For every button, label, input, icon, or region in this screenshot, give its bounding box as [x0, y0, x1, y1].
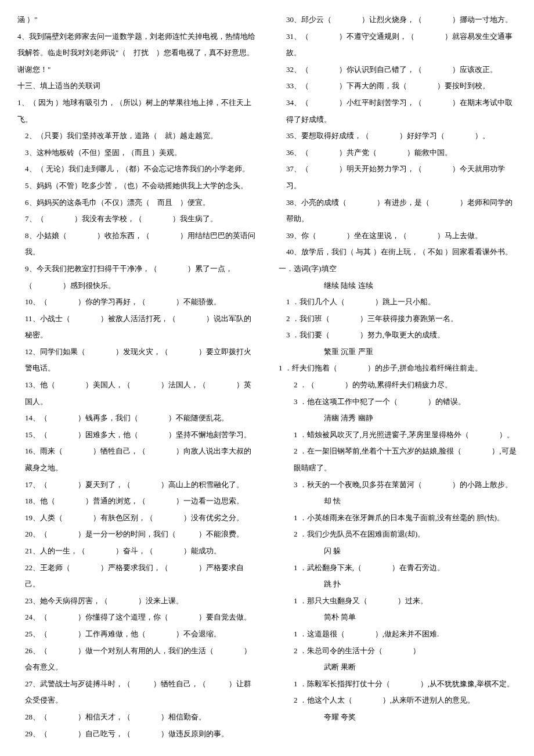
- text-line: 7、（ ）我没有去学校，（ ）我生病了。: [17, 211, 255, 228]
- text-line: 6、妈妈买的这条毛巾（不仅）漂亮（ 而且 ）便宜。: [17, 195, 255, 211]
- text-line: 36、（ ）共产党（ ）能救中国。: [279, 145, 517, 161]
- text-line: 2 ．他这个人太（ ）,从来听不进别人的意见。: [279, 692, 517, 709]
- text-line: 2、（只要）我们坚持改革开放，道路（ 就）越走越宽。: [17, 128, 255, 145]
- text-line: 夸耀 夸奖: [279, 709, 517, 726]
- text-line: 28、（ ）相信天才，（ ）相信勤奋。: [17, 709, 255, 726]
- text-line: 1 ．我们几个人（ ）跳上一只小船。: [279, 294, 517, 311]
- text-line: 25、（ ）工作再难做，他（ ）不会退缩。: [17, 626, 255, 643]
- text-line: 3 ．秋天的一个夜晚,贝多芬在莱茵河（ ）的小路上散步。: [279, 477, 517, 494]
- text-line: 武断 果断: [279, 659, 517, 676]
- text-line: 22、王老师（ ）严格要求我们，（ ）严格要求自己。: [17, 560, 255, 593]
- text-line: 1 ．武松翻身下来,（ ）在青石旁边。: [279, 560, 517, 577]
- text-line: 21、人的一生，（ ）奋斗，（ ）能成功。: [17, 543, 255, 560]
- text-line: 40、放学后，我们（ 与其 ）在街上玩，（ 不如 ）回家看看课外书。: [279, 244, 517, 261]
- text-line: 2 ．我们少先队员不在困难面前退(却)。: [279, 526, 517, 543]
- text-line: 26、（ ）做一个对别人有用的人，我们的生活（ ）会有意义。: [17, 643, 255, 676]
- text-line: 一．选词(字)填空: [279, 261, 517, 278]
- text-line: 2 ．我们班（ ）三年获得接力赛跑第一名。: [279, 311, 517, 327]
- text-line: 18、他（ ）普通的浏览，（ ）一边看一边思索。: [17, 493, 255, 510]
- text-line: 35、要想取得好成绩，（ ）好好学习（ ）。: [279, 128, 517, 145]
- text-line: 1 ．陈毅军长指挥打仗十分（ ）,从不犹犹豫豫,举棋不定。: [279, 676, 517, 693]
- text-line: 涵 ）": [17, 12, 255, 28]
- text-line: 32、（ ）你认识到自己错了，（ ）应该改正。: [279, 62, 517, 78]
- text-line: 24、（ ）你懂得了这个道理，你（ ）要自觉去做。: [17, 609, 255, 626]
- text-line: 27、武警战士与歹徒搏斗时，（ ）牺牲自己，（ ）让群众受侵害。: [17, 676, 255, 709]
- text-line: 简朴 简单: [279, 609, 517, 626]
- text-line: 3、这种地板砖（不但）坚固，（而且 ）美观。: [17, 145, 255, 161]
- text-line: 34、（ ）小红平时刻苦学习，（ ）在期末考试中取得了好成绩。: [279, 95, 517, 128]
- text-line: 1 ．那只大虫翻身又（ ）过来。: [279, 593, 517, 610]
- text-line: 1 ．纤夫们拖着（ ）的步子,拼命地拉着纤绳往前走。: [279, 360, 517, 377]
- text-line: 清幽 清秀 幽静: [279, 410, 517, 427]
- text-line: 2 ．（ ）的劳动,累得纤夫们精疲力尽。: [279, 377, 517, 394]
- text-line: 1、（ 因为 ）地球有吸引力，（所以）树上的苹果往地上掉，不往天上飞。: [17, 95, 255, 128]
- text-line: 2 ．朱总司令的生活十分（ ）: [279, 643, 517, 660]
- text-line: 13、他（ ）美国人，（ ）法国人，（ ）英国人。: [17, 377, 255, 410]
- text-line: 14、（ ）钱再多，我们（ ）不能随便乱花。: [17, 410, 255, 427]
- text-line: 38、小亮的成绩（ ）有进步，是（ ）老师和同学的帮助。: [279, 195, 517, 228]
- text-line: 繁重 沉重 严重: [279, 344, 517, 361]
- text-line: 39、你（ ）坐在这里说，（ ）马上去做。: [279, 228, 517, 244]
- text-line: 10、（ ）你的学习再好，（ ）不能骄傲。: [17, 294, 255, 311]
- text-line: 1 ．蜡烛被风吹灭了,月光照进窗子,茅房里显得格外（ ）。: [279, 427, 517, 444]
- text-line: 17、（ ）夏天到了，（ ）高山上的积雪融化了。: [17, 477, 255, 494]
- text-line: 却 怯: [279, 493, 517, 510]
- text-line: 1 ．这道题很（ ）,做起来并不困难.: [279, 626, 517, 643]
- text-line: 3 ．他在这项工作中犯了一个（ ）的错误。: [279, 394, 517, 411]
- document-body: 涵 ）"4、我到隔壁刘老师家去问一道数学题，刘老师连忙关掉电视，热情地给我解答。…: [17, 12, 534, 744]
- text-line: 33、（ ）下再大的雨，我（ ）要按时到校。: [279, 78, 517, 95]
- text-line: 闪 躲: [279, 543, 517, 560]
- text-line: 30、邱少云（ ）让烈火烧身，（ ）挪动一寸地方。: [279, 12, 517, 28]
- text-line: 4、（ 无论）我们走到哪儿，（都）不会忘记培养我们的小学老师。: [17, 161, 255, 178]
- text-line: 19、人类（ ）有肤色区别，（ ）没有优劣之分。: [17, 510, 255, 527]
- text-line: 1 ．小英雄雨来在张牙舞爪的日本鬼子面前,没有丝毫的 胆(怯)。: [279, 510, 517, 527]
- text-line: 12、同学们如果（ ）发现火灾，（ ）要立即拨打火警电话。: [17, 344, 255, 377]
- text-line: 29、（ ）自己吃亏，（ ）做违反原则的事。: [17, 726, 255, 743]
- text-line: 20、（ ）是一分一秒的时间，我们（ ）不能浪费。: [17, 526, 255, 543]
- text-line: 31、（ ）不遵守交通规则，（ ）就容易发生交通事故。: [279, 28, 517, 62]
- text-line: 5、妈妈（不管）吃多少苦，（也）不会动摇她供我上大学的念头。: [17, 178, 255, 195]
- text-line: 3 ．我们要（ ）努力,争取更大的成绩。: [279, 327, 517, 344]
- text-line: 2 ．在一架旧钢琴前,坐着个十五六岁的姑娘,脸很（ ）,可是眼睛瞎了。: [279, 443, 517, 476]
- text-line: 4、我到隔壁刘老师家去问一道数学题，刘老师连忙关掉电视，热情地给我解答。临走时我…: [17, 28, 255, 78]
- text-line: 十三、填上适当的关联词: [17, 78, 255, 95]
- text-line: 跳 扑: [279, 576, 517, 593]
- text-line: 15、（ ）困难多大，他（ ）坚持不懈地刻苦学习。: [17, 427, 255, 444]
- text-line: 继续 陆续 连续: [279, 278, 517, 294]
- text-line: 9、今天我们把教室打扫得干干净净，（ ）累了一点，（ ）感到很快乐。: [17, 261, 255, 294]
- text-line: 11、小战士（ ）被敌人活活打死，（ ）说出军队的秘密。: [17, 311, 255, 344]
- text-line: 8、小姑娘（ ）收拾东西，（ ）用结结巴巴的英语问我。: [17, 228, 255, 261]
- text-line: 37、（ ）明天开始努力学习，（ ）今天就用功学习。: [279, 161, 517, 194]
- text-line: 16、雨来（ ）牺牲自己，（ ）向敌人说出李大叔的藏身之地。: [17, 443, 255, 476]
- text-line: 23、她今天病得厉害，（ ）没来上课。: [17, 593, 255, 610]
